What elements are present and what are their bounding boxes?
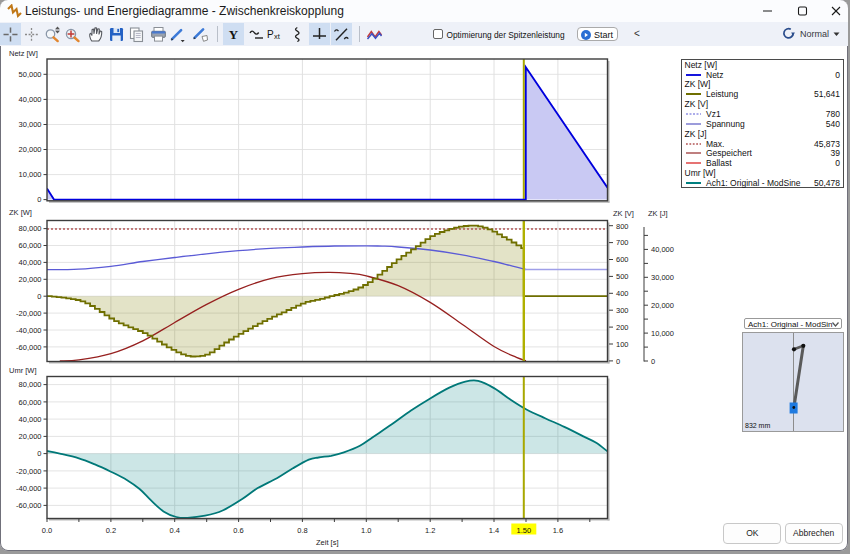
svg-text:1.50: 1.50 [516,526,531,535]
svg-text:40,000: 40,000 [19,415,42,424]
svg-text:ZK [J]: ZK [J] [648,209,668,218]
svg-text:1.2: 1.2 [425,526,435,535]
svg-text:0.0: 0.0 [42,526,52,535]
svg-text:832 mm: 832 mm [745,422,770,429]
svg-text:0: 0 [651,357,655,366]
svg-text:Netz [W]: Netz [W] [9,49,38,58]
svg-text:20,000: 20,000 [651,301,674,310]
svg-text:500: 500 [616,272,629,281]
svg-text:ZK [V]: ZK [V] [613,209,634,218]
svg-text:ZK [W]: ZK [W] [9,208,32,217]
svg-text:600: 600 [616,255,629,264]
svg-text:Umr [W]: Umr [W] [9,366,37,375]
svg-text:80,000: 80,000 [19,224,42,233]
svg-text:1.6: 1.6 [553,526,563,535]
svg-text:Zeit [s]: Zeit [s] [316,538,339,547]
svg-text:20,000: 20,000 [19,432,42,441]
svg-text:0: 0 [616,357,620,366]
svg-text:10,000: 10,000 [19,170,42,179]
svg-text:300: 300 [616,306,629,315]
svg-text:30,000: 30,000 [19,120,42,129]
svg-text:20,000: 20,000 [19,275,42,284]
svg-text:1.0: 1.0 [361,526,371,535]
svg-text:-20,000: -20,000 [16,309,41,318]
svg-text:-40,000: -40,000 [16,484,41,493]
svg-text:60,000: 60,000 [19,241,42,250]
svg-text:0.2: 0.2 [106,526,116,535]
svg-text:40,000: 40,000 [651,245,674,254]
svg-text:10,000: 10,000 [651,329,674,338]
svg-text:30,000: 30,000 [651,273,674,282]
svg-text:60,000: 60,000 [19,398,42,407]
svg-text:-40,000: -40,000 [16,326,41,335]
svg-text:0: 0 [37,195,41,204]
svg-text:0.4: 0.4 [170,526,180,535]
svg-text:40,000: 40,000 [19,258,42,267]
svg-text:50,000: 50,000 [19,70,42,79]
svg-text:40,000: 40,000 [19,95,42,104]
svg-text:-60,000: -60,000 [16,501,41,510]
svg-text:200: 200 [616,323,629,332]
svg-text:800: 800 [616,222,629,231]
svg-text:1.4: 1.4 [489,526,499,535]
svg-text:400: 400 [616,289,629,298]
svg-text:-20,000: -20,000 [16,467,41,476]
svg-text:0.6: 0.6 [233,526,243,535]
svg-text:20,000: 20,000 [19,145,42,154]
svg-text:700: 700 [616,238,629,247]
svg-text:-60,000: -60,000 [16,343,41,352]
svg-text:80,000: 80,000 [19,380,42,389]
svg-text:0: 0 [37,449,41,458]
svg-text:0: 0 [37,292,41,301]
svg-text:0.8: 0.8 [297,526,307,535]
svg-text:100: 100 [616,340,629,349]
